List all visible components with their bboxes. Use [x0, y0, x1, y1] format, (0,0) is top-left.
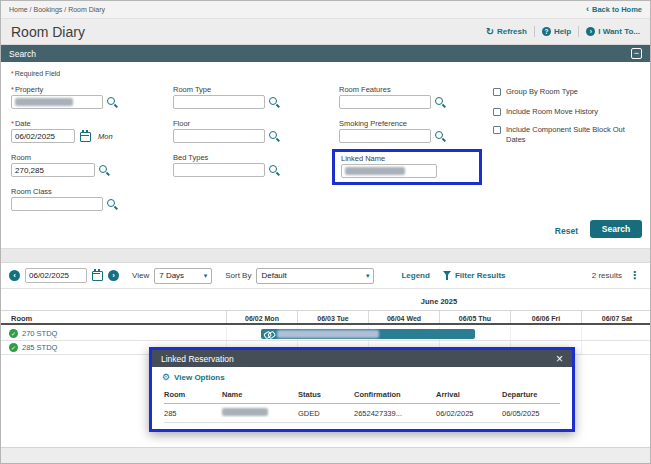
results-count: 2 results	[592, 271, 622, 280]
search-panel-body: *Required Field *Property *Date Mon Room…	[1, 62, 650, 249]
room-type-input[interactable]	[173, 95, 265, 109]
room-features-search-icon[interactable]	[435, 97, 447, 109]
view-options-label: View Options	[174, 373, 225, 382]
room-link-270[interactable]: 270 STDQ	[22, 329, 57, 338]
dialog-table-row: 285 GDED 2652427339... 06/02/2025 06/05/…	[164, 404, 560, 423]
filter-icon	[443, 271, 452, 280]
include-component-suite-checkbox[interactable]: Include Component Suite Block Out Dates	[493, 125, 639, 145]
date-input[interactable]	[11, 129, 75, 143]
search-panel-title: Search	[9, 49, 36, 59]
sort-by-label: Sort By	[225, 271, 251, 280]
kebab-menu-icon[interactable]: ⋮	[627, 269, 642, 282]
col-arrival: Arrival	[436, 390, 502, 399]
view-options-link[interactable]: ⚙ View Options	[152, 367, 572, 386]
room-link-285[interactable]: 285 STDQ	[22, 343, 57, 352]
breadcrumb[interactable]: Home / Bookings / Room Diary	[9, 6, 105, 13]
room-type-label: Room Type	[173, 85, 211, 94]
col-departure: Departure	[502, 390, 560, 399]
filter-results-link[interactable]: Filter Results	[443, 271, 506, 280]
checkbox-icon	[493, 88, 501, 96]
guest-name-redacted	[222, 408, 268, 416]
cell-arrival: 06/02/2025	[436, 409, 502, 418]
required-asterisk: *	[11, 119, 14, 128]
next-date-button[interactable]: ›	[108, 270, 119, 281]
linked-reservation-bar[interactable]	[261, 329, 475, 339]
back-to-home-link[interactable]: ‹ Back to Home	[586, 5, 642, 14]
collapse-icon[interactable]: −	[631, 48, 642, 59]
divider	[534, 26, 535, 37]
property-label-text: Property	[15, 85, 43, 94]
linked-name-input[interactable]	[341, 164, 437, 178]
col-confirmation: Confirmation	[354, 390, 436, 399]
date-weekday-label: Mon	[98, 132, 113, 141]
floor-input[interactable]	[173, 129, 265, 143]
room-class-label: Room Class	[11, 187, 52, 196]
room-search-icon[interactable]	[99, 165, 111, 177]
date-label-text: Date	[15, 119, 31, 128]
chevron-down-icon: ▾	[366, 272, 370, 280]
room-input[interactable]	[11, 163, 95, 177]
header-actions: ↻ Refresh ? Help › I Want To...	[486, 26, 640, 37]
help-button[interactable]: ? Help	[542, 27, 571, 36]
floor-label: Floor	[173, 119, 190, 128]
date-label: *Date	[11, 119, 31, 128]
gear-icon: ⚙	[162, 373, 170, 382]
bed-types-input[interactable]	[173, 163, 265, 177]
dialog-table-header: Room Name Status Confirmation Arrival De…	[164, 386, 560, 404]
sort-by-select[interactable]: Default ▾	[256, 268, 374, 284]
property-search-icon[interactable]	[107, 97, 119, 109]
view-select[interactable]: 7 Days ▾	[154, 268, 212, 284]
day-column-header: 06/04 Wed	[368, 311, 439, 323]
room-class-search-icon[interactable]	[107, 199, 119, 211]
smoking-preference-search-icon[interactable]	[435, 131, 447, 143]
property-label: *Property	[11, 85, 43, 94]
room-class-input[interactable]	[11, 197, 103, 211]
reset-button[interactable]: Reset	[555, 226, 578, 236]
diary-date-input[interactable]	[25, 268, 87, 283]
legend-link[interactable]: Legend	[401, 271, 429, 280]
room-type-search-icon[interactable]	[269, 97, 281, 109]
include-room-move-history-checkbox[interactable]: Include Room Move History	[493, 107, 598, 117]
date-calendar-icon[interactable]	[80, 132, 91, 142]
property-input[interactable]	[11, 95, 103, 109]
refresh-icon: ↻	[486, 27, 494, 37]
group-by-room-type-checkbox[interactable]: Group By Room Type	[493, 87, 578, 97]
search-button[interactable]: Search	[590, 220, 642, 238]
i-want-to-label: I Want To...	[598, 27, 640, 36]
room-class-label-text: Room Class	[11, 187, 52, 196]
room-diary-grid: June 2025 Room 06/02 Mon 06/03 Tue 06/04…	[1, 289, 650, 447]
section-divider	[1, 249, 650, 263]
refresh-label: Refresh	[497, 27, 527, 36]
room-label: Room	[11, 153, 31, 162]
day-cell	[510, 327, 581, 340]
property-value-redacted	[15, 98, 73, 106]
view-label: View	[132, 271, 149, 280]
search-panel-header[interactable]: Search −	[1, 45, 650, 62]
checkbox-icon	[493, 108, 501, 116]
close-icon[interactable]: ×	[556, 353, 563, 365]
room-features-input[interactable]	[339, 95, 431, 109]
previous-date-button[interactable]: ‹	[9, 270, 20, 281]
bed-types-search-icon[interactable]	[269, 165, 281, 177]
smoking-preference-input[interactable]	[339, 129, 431, 143]
room-features-label: Room Features	[339, 85, 391, 94]
results-toolbar: ‹ › View 7 Days ▾ Sort By Default ▾ Lege…	[1, 263, 650, 289]
help-icon: ?	[542, 27, 551, 36]
floor-search-icon[interactable]	[269, 131, 281, 143]
title-bar: Room Diary ↻ Refresh ? Help › I Want To.…	[1, 19, 650, 45]
dialog-title: Linked Reservation	[161, 354, 234, 364]
group-by-room-type-label: Group By Room Type	[506, 87, 578, 97]
room-diary-page: Home / Bookings / Room Diary ‹ Back to H…	[0, 0, 651, 464]
bed-types-label: Bed Types	[173, 153, 208, 162]
refresh-button[interactable]: ↻ Refresh	[486, 27, 527, 37]
room-status-icon: ✓	[9, 343, 18, 352]
day-column-header: 06/06 Fri	[510, 311, 581, 323]
room-row-label-cell: ✓ 270 STDQ	[1, 327, 226, 340]
checkbox-icon	[493, 126, 501, 134]
i-want-to-button[interactable]: › I Want To...	[586, 27, 640, 36]
room-status-icon: ✓	[9, 329, 18, 338]
filter-results-label: Filter Results	[455, 271, 506, 280]
chevron-left-icon: ‹	[586, 5, 589, 14]
col-name: Name	[222, 390, 298, 399]
diary-calendar-icon[interactable]	[92, 271, 103, 281]
